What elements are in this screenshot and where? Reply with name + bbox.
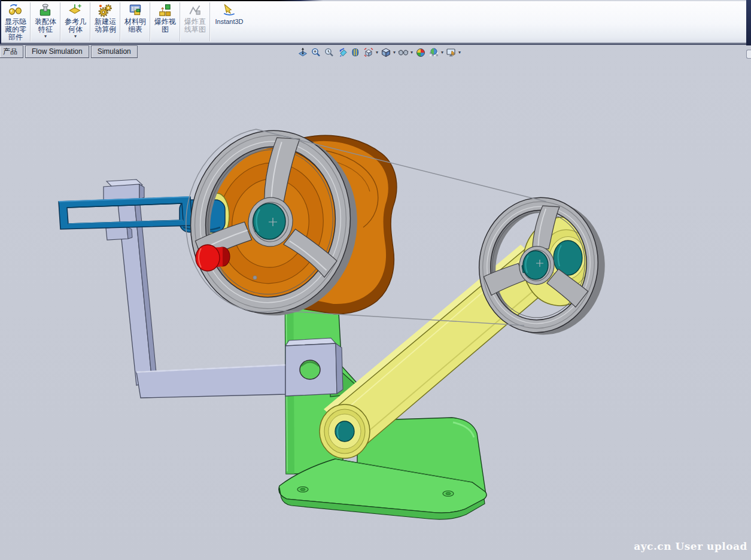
hide-show-items-caret[interactable]: ▾: [411, 50, 413, 55]
3d-drawing-view-icon[interactable]: [350, 47, 361, 57]
arm-hole: [300, 360, 320, 379]
assembly-model[interactable]: [0, 45, 751, 560]
button-label: 特征: [38, 26, 53, 34]
apply-scene-icon[interactable]: [428, 47, 439, 57]
view-settings-icon[interactable]: [446, 47, 457, 57]
view-orientation-icon[interactable]: [363, 47, 374, 57]
dropdown-caret[interactable]: ▾: [74, 34, 77, 38]
toolbar-separator: [60, 2, 61, 41]
button-label: 图: [162, 26, 169, 34]
origin-point: [253, 276, 257, 279]
toolbar-separator: [120, 2, 121, 41]
view-orientation-caret[interactable]: ▾: [376, 50, 378, 55]
task-pane-stub[interactable]: [746, 50, 751, 59]
exploded-view-button[interactable]: 爆炸视 图: [151, 1, 179, 42]
previous-view-icon[interactable]: [324, 47, 335, 57]
toolbar-separator: [90, 2, 91, 41]
bill-of-materials-icon: [127, 2, 143, 18]
display-style-caret[interactable]: ▾: [393, 50, 396, 55]
assembly-features-icon: [38, 2, 53, 18]
toolbar-separator: [150, 2, 151, 41]
small-pulley-hub: [523, 251, 548, 279]
window-left-edge: [0, 0, 1, 44]
toolbar-separator: [30, 2, 31, 41]
instant3d-icon: [221, 2, 237, 18]
button-label: 细表: [128, 26, 142, 34]
show-hidden-components-icon: [8, 2, 23, 18]
large-pulley-hub[interactable]: [253, 203, 285, 239]
hide-show-items-icon[interactable]: [398, 47, 409, 57]
instant3d-button[interactable]: Instant3D: [211, 1, 247, 42]
tab-flow-simulation[interactable]: Flow Simulation: [25, 45, 89, 58]
new-motion-study-button[interactable]: 新建运 动算例: [92, 1, 119, 42]
view-settings-caret[interactable]: ▾: [458, 50, 461, 55]
explode-line-sketch-button[interactable]: 爆炸直 线草图: [181, 1, 209, 42]
solidworks-window: 显示隐 藏的零 部件 装配体 特征 ▾: [0, 0, 751, 560]
section-view-icon[interactable]: [337, 47, 348, 57]
tab-product[interactable]: 产品: [0, 45, 23, 58]
toolbar-separator: [209, 2, 211, 41]
watermark-text: ayc.cn User upload: [634, 540, 747, 552]
button-label: 何体: [68, 26, 83, 34]
show-hidden-components-button[interactable]: 显示隐 藏的零 部件: [2, 1, 29, 42]
document-tabbar: 产品 Flow Simulation Simulation: [0, 45, 139, 58]
button-label: 动算例: [95, 26, 116, 34]
command-manager: 显示隐 藏的零 部件 装配体 特征 ▾: [0, 1, 751, 43]
reference-geometry-icon: [68, 2, 83, 18]
graphics-area[interactable]: 产品 Flow Simulation Simulation: [0, 45, 751, 560]
toolbar-separator: [180, 2, 181, 41]
bill-of-materials-button[interactable]: 材料明 细表: [121, 1, 149, 42]
zoom-to-area-icon[interactable]: [311, 47, 321, 57]
button-label: 线草图: [184, 26, 206, 34]
edit-appearance-icon[interactable]: [415, 47, 426, 57]
display-style-icon[interactable]: [381, 47, 391, 57]
window-right-edge: [746, 0, 751, 45]
reference-geometry-button[interactable]: 参考几 何体 ▾: [62, 1, 89, 42]
explode-line-sketch-icon: [187, 2, 203, 18]
exploded-view-icon: [157, 2, 173, 18]
new-motion-study-icon: [98, 2, 113, 18]
apply-scene-caret[interactable]: ▾: [441, 50, 443, 55]
zoom-to-fit-icon[interactable]: [297, 47, 308, 57]
assembly-features-button[interactable]: 装配体 特征 ▾: [32, 1, 59, 42]
dropdown-caret[interactable]: ▾: [44, 34, 47, 38]
button-label: 部件: [8, 34, 23, 41]
button-label: Instant3D: [215, 18, 243, 26]
heads-up-view-toolbar: ▾ ▾ ▾ ▾ ▾: [297, 47, 461, 57]
tab-simulation[interactable]: Simulation: [91, 45, 138, 58]
